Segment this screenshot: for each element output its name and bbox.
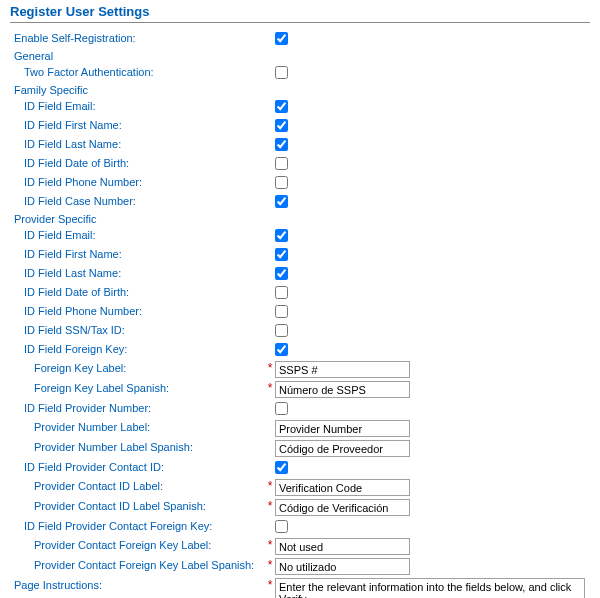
checkbox-prov-contact[interactable] (275, 461, 288, 474)
label-prov-last: ID Field Last Name: (10, 266, 265, 279)
input-prov-contact-label[interactable] (275, 479, 410, 496)
label-prov-dob: ID Field Date of Birth: (10, 285, 265, 298)
checkbox-prov-first[interactable] (275, 248, 288, 261)
textarea-page-instr[interactable] (275, 578, 585, 598)
label-fam-phone: ID Field Phone Number: (10, 175, 265, 188)
input-prov-contact-fk-label-es[interactable] (275, 558, 410, 575)
label-fam-first: ID Field First Name: (10, 118, 265, 131)
label-prov-contact-fk: ID Field Provider Contact Foreign Key: (10, 519, 265, 532)
req-marker: * (265, 538, 275, 552)
checkbox-fam-case[interactable] (275, 195, 288, 208)
checkbox-prov-dob[interactable] (275, 286, 288, 299)
label-prov-ssn: ID Field SSN/Tax ID: (10, 323, 265, 336)
input-fk-label-es[interactable] (275, 381, 410, 398)
checkbox-fam-last[interactable] (275, 138, 288, 151)
label-prov-contact-fk-label-es: Provider Contact Foreign Key Label Spani… (10, 558, 265, 571)
checkbox-fam-email[interactable] (275, 100, 288, 113)
checkbox-prov-contact-fk[interactable] (275, 520, 288, 533)
label-prov-num-label-es: Provider Number Label Spanish: (10, 440, 265, 453)
checkbox-prov-num[interactable] (275, 402, 288, 415)
label-enable-self-reg: Enable Self-Registration: (10, 31, 265, 44)
req-marker: * (265, 381, 275, 395)
input-prov-num-label-es[interactable] (275, 440, 410, 457)
label-prov-num: ID Field Provider Number: (10, 401, 265, 414)
checkbox-enable-self-reg[interactable] (275, 32, 288, 45)
label-fk-label: Foreign Key Label: (10, 361, 265, 374)
req-marker: * (265, 479, 275, 493)
checkbox-prov-email[interactable] (275, 229, 288, 242)
label-prov-phone: ID Field Phone Number: (10, 304, 265, 317)
req-marker: * (265, 578, 275, 592)
label-prov-contact-label: Provider Contact ID Label: (10, 479, 265, 492)
section-general: General (10, 50, 590, 62)
checkbox-two-factor[interactable] (275, 66, 288, 79)
checkbox-prov-fk[interactable] (275, 343, 288, 356)
req-marker: * (265, 361, 275, 375)
label-prov-contact-fk-label: Provider Contact Foreign Key Label: (10, 538, 265, 551)
label-prov-first: ID Field First Name: (10, 247, 265, 260)
label-two-factor: Two Factor Authentication: (10, 65, 265, 78)
checkbox-fam-first[interactable] (275, 119, 288, 132)
label-prov-contact: ID Field Provider Contact ID: (10, 460, 265, 473)
checkbox-fam-phone[interactable] (275, 176, 288, 189)
checkbox-prov-phone[interactable] (275, 305, 288, 318)
label-fam-case: ID Field Case Number: (10, 194, 265, 207)
req-marker: * (265, 499, 275, 513)
label-fam-dob: ID Field Date of Birth: (10, 156, 265, 169)
section-provider-specific: Provider Specific (10, 213, 590, 225)
input-prov-contact-label-es[interactable] (275, 499, 410, 516)
checkbox-fam-dob[interactable] (275, 157, 288, 170)
input-fk-label[interactable] (275, 361, 410, 378)
label-prov-num-label: Provider Number Label: (10, 420, 265, 433)
page-title: Register User Settings (10, 0, 590, 23)
checkbox-prov-last[interactable] (275, 267, 288, 280)
label-prov-contact-label-es: Provider Contact ID Label Spanish: (10, 499, 265, 512)
label-page-instr: Page Instructions: (10, 578, 265, 591)
input-prov-num-label[interactable] (275, 420, 410, 437)
label-fam-last: ID Field Last Name: (10, 137, 265, 150)
checkbox-prov-ssn[interactable] (275, 324, 288, 337)
input-prov-contact-fk-label[interactable] (275, 538, 410, 555)
label-prov-email: ID Field Email: (10, 228, 265, 241)
label-prov-fk: ID Field Foreign Key: (10, 342, 265, 355)
section-family-specific: Family Specific (10, 84, 590, 96)
label-fk-label-es: Foreign Key Label Spanish: (10, 381, 265, 394)
label-fam-email: ID Field Email: (10, 99, 265, 112)
req-marker: * (265, 558, 275, 572)
